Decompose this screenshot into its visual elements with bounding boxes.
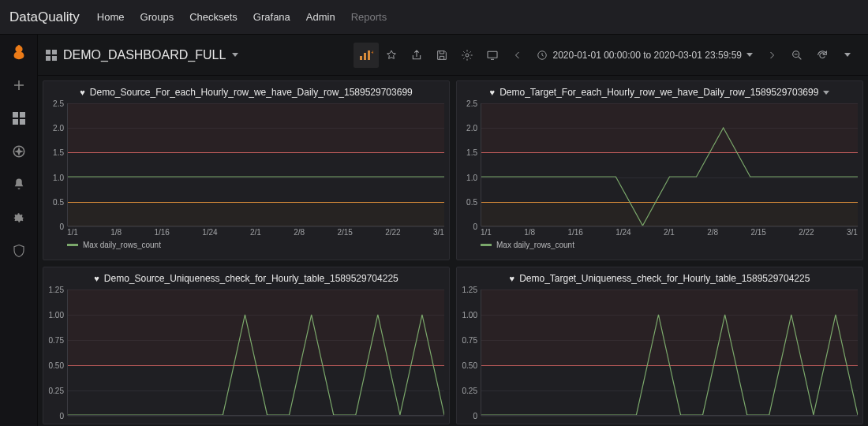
y-tick: 2.0	[466, 124, 477, 133]
dashboard-header: DEMO_DASHBOARD_FULL + 2020-01-01 00:00:0…	[38, 35, 868, 76]
x-tick: 2/15	[337, 228, 352, 237]
y-tick: 0.50	[49, 361, 64, 370]
y-tick: 2.5	[53, 99, 64, 108]
svg-rect-1	[360, 56, 362, 60]
y-tick: 0.25	[49, 387, 64, 395]
y-tick: 0.5	[466, 197, 477, 206]
legend: Max daily_rows_count	[43, 237, 449, 254]
add-panel-button[interactable]: +	[354, 43, 379, 68]
panel-title[interactable]: ♥Demo_Source_Uniqueness_check_for_Hourly…	[43, 267, 449, 290]
x-tick: 3/1	[433, 228, 444, 237]
y-tick: 0	[59, 412, 64, 420]
x-tick: 2/15	[750, 228, 765, 237]
time-forward-button[interactable]	[759, 43, 784, 68]
svg-point-5	[466, 54, 469, 57]
refresh-button[interactable]	[810, 43, 835, 68]
y-tick: 0	[473, 412, 477, 420]
x-tick: 1/8	[110, 228, 122, 237]
nav-link-checksets[interactable]: Checksets	[181, 11, 245, 23]
app-nav: DataQuality HomeGroupsChecksetsGrafanaAd…	[0, 0, 868, 35]
y-tick: 1.25	[462, 286, 477, 294]
heart-icon: ♥	[490, 88, 496, 97]
legend-swatch	[481, 244, 492, 246]
app-title: DataQuality	[9, 9, 80, 25]
y-tick: 1.5	[466, 148, 477, 157]
share-button[interactable]	[404, 43, 429, 68]
panel-p2: ♥Demo_Target_For_each_Hourly_row_we_have…	[456, 80, 863, 260]
shield-icon[interactable]	[9, 241, 28, 260]
refresh-interval-button[interactable]	[835, 43, 860, 68]
dashboard-title[interactable]: DEMO_DASHBOARD_FULL	[46, 48, 238, 62]
y-tick: 1.00	[49, 311, 64, 320]
left-rail	[0, 35, 38, 426]
time-range-text: 2020-01-01 00:00:00 to 2020-03-01 23:59:…	[552, 50, 742, 61]
dashboards-icon[interactable]	[9, 109, 28, 128]
legend: Max daily_rows_count	[457, 237, 862, 254]
legend-label: Max daily_rows_count	[83, 241, 161, 249]
x-tick: 1/8	[524, 228, 535, 237]
y-tick: 1.0	[53, 173, 64, 181]
x-tick: 1/24	[202, 228, 217, 237]
y-tick: 1.0	[466, 173, 477, 181]
legend-swatch	[67, 244, 78, 246]
dashboard-title-text: DEMO_DASHBOARD_FULL	[63, 48, 226, 62]
x-tick: 1/1	[67, 228, 78, 237]
settings-gear-icon[interactable]	[9, 208, 28, 227]
star-button[interactable]	[379, 43, 404, 68]
alert-bell-icon[interactable]	[9, 175, 28, 194]
y-tick: 1.00	[462, 311, 477, 320]
zoom-out-button[interactable]	[784, 43, 810, 68]
panel-title[interactable]: ♥Demo_Target_For_each_Hourly_row_we_have…	[457, 81, 862, 103]
panel-p3: ♥Demo_Source_Uniqueness_check_for_Hourly…	[43, 267, 450, 424]
nav-link-grafana[interactable]: Grafana	[245, 11, 298, 23]
heart-icon: ♥	[510, 274, 515, 283]
y-tick: 0.50	[462, 361, 477, 370]
x-tick: 2/1	[250, 228, 261, 237]
x-tick: 2/8	[707, 228, 718, 237]
x-tick: 1/16	[154, 228, 169, 237]
y-tick: 0.75	[462, 336, 477, 345]
time-back-button[interactable]	[505, 43, 530, 68]
clock-icon	[537, 50, 548, 61]
svg-rect-6	[488, 51, 497, 58]
x-tick: 2/1	[664, 228, 675, 237]
y-tick: 2.5	[466, 99, 477, 108]
y-tick: 0	[59, 222, 64, 231]
y-tick: 2.0	[53, 124, 64, 133]
panels-area: ♥Demo_Source_For_each_Hourly_row_we_have…	[38, 76, 868, 426]
svg-rect-2	[364, 53, 366, 60]
grafana-logo-icon[interactable]	[9, 43, 28, 62]
y-tick: 0.5	[53, 197, 64, 206]
panel-title-text: Demo_Source_For_each_Hourly_row_we_have_…	[90, 87, 413, 98]
heart-icon: ♥	[80, 88, 85, 97]
legend-label: Max daily_rows_count	[496, 241, 574, 249]
nav-link-groups[interactable]: Groups	[133, 11, 182, 23]
svg-rect-3	[368, 50, 370, 60]
save-button[interactable]	[429, 43, 455, 68]
panel-title-text: Demo_Target_For_each_Hourly_row_we_have_…	[499, 87, 818, 98]
chevron-down-icon	[823, 91, 829, 95]
x-tick: 3/1	[847, 228, 858, 237]
nav-link-admin[interactable]: Admin	[298, 11, 343, 23]
panel-title-text: Demo_Target_Uniqueness_check_for_Hourly_…	[519, 273, 810, 284]
settings-button[interactable]	[455, 43, 480, 68]
heart-icon: ♥	[94, 274, 99, 283]
x-tick: 1/1	[481, 228, 492, 237]
y-tick: 0.75	[49, 336, 64, 345]
time-picker[interactable]: 2020-01-01 00:00:00 to 2020-03-01 23:59:…	[530, 43, 759, 68]
nav-link-reports[interactable]: Reports	[343, 11, 395, 23]
x-tick: 2/22	[799, 228, 814, 237]
x-tick: 2/22	[385, 228, 400, 237]
y-tick: 0.25	[462, 387, 477, 395]
panel-p4: ♥Demo_Target_Uniqueness_check_for_Hourly…	[456, 267, 863, 424]
nav-link-home[interactable]: Home	[89, 11, 133, 23]
x-tick: 2/8	[294, 228, 305, 237]
explore-icon[interactable]	[9, 142, 28, 161]
panel-title[interactable]: ♥Demo_Source_For_each_Hourly_row_we_have…	[43, 81, 449, 103]
tv-mode-button[interactable]	[480, 43, 505, 68]
svg-text:+: +	[371, 50, 373, 56]
x-tick: 1/24	[615, 228, 630, 237]
plus-icon[interactable]	[9, 76, 28, 95]
y-tick: 1.25	[49, 286, 64, 294]
panel-title[interactable]: ♥Demo_Target_Uniqueness_check_for_Hourly…	[457, 267, 862, 290]
